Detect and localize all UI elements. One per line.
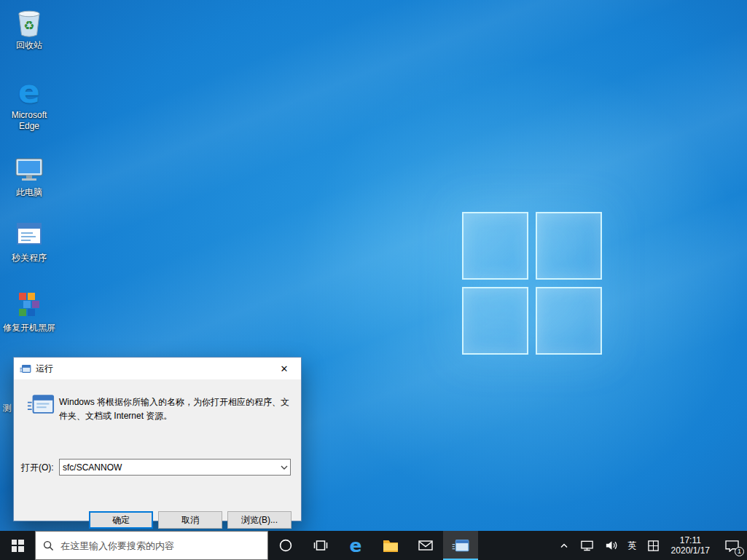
run-dialog-titlebar[interactable]: 运行 ✕ [14, 358, 301, 379]
icon-label: Microsoft Edge [1, 110, 57, 132]
run-dialog-description: Windows 将根据你所输入的名称，为你打开相应的程序、文件夹、文档或 Int… [59, 395, 294, 423]
ok-button[interactable]: 确定 [89, 511, 153, 529]
desktop-icon-recycle-bin[interactable]: ♻ 回收站 [1, 6, 57, 51]
tray-time: 17:11 [680, 535, 701, 545]
icon-label: 回收站 [16, 40, 42, 51]
language-indicator[interactable]: 英 [623, 531, 642, 560]
run-dialog-body: Windows 将根据你所输入的名称，为你打开相应的程序、文件夹、文档或 Int… [14, 379, 301, 521]
run-dialog-buttons: 确定 取消 浏览(B)... [14, 511, 301, 529]
speaker-icon [604, 540, 618, 551]
mail-button[interactable] [408, 531, 443, 560]
run-command-input[interactable] [60, 460, 277, 475]
desktop-icon-partial-label[interactable]: 测 [3, 402, 12, 414]
ime-keyboard-icon[interactable] [642, 531, 665, 560]
browse-button[interactable]: 浏览(B)... [227, 511, 292, 529]
program-window-icon [13, 218, 45, 251]
edge-taskbar-button[interactable]: e [338, 531, 373, 560]
mail-icon [418, 540, 433, 551]
pixel-blocks-icon [13, 288, 45, 320]
icon-label: 修复开机黑屏 [3, 323, 55, 334]
run-taskbar-button[interactable] [443, 531, 478, 560]
icon-label: 秒关程序 [12, 253, 47, 264]
open-label: 打开(O): [21, 462, 54, 474]
cancel-button[interactable]: 取消 [158, 511, 222, 529]
chevron-up-icon [558, 540, 570, 551]
edge-icon: e [13, 76, 45, 108]
desktop-icon-this-pc[interactable]: 此电脑 [1, 153, 57, 198]
task-view-button[interactable] [303, 531, 338, 560]
desktop-icon-microsoft-edge[interactable]: e Microsoft Edge [1, 76, 57, 132]
taskbar: e [0, 531, 747, 560]
chevron-down-icon[interactable] [277, 460, 290, 475]
run-dialog-title: 运行 [36, 363, 267, 375]
desktop-icon-miaoguan-program[interactable]: 秒关程序 [1, 218, 57, 264]
run-window-icon [452, 539, 469, 553]
tray-expand-button[interactable] [553, 531, 575, 560]
this-pc-icon [13, 153, 45, 185]
run-program-icon [27, 394, 55, 418]
recycle-bin-icon: ♻ [13, 6, 45, 38]
windows-logo-wallpaper [462, 212, 602, 355]
run-command-combobox[interactable] [59, 459, 291, 476]
start-button[interactable] [0, 531, 35, 560]
windows-logo-pane [536, 287, 602, 355]
run-window-icon [20, 364, 31, 374]
clock[interactable]: 17:11 2020/1/17 [665, 531, 716, 560]
windows-start-icon [12, 540, 24, 552]
search-input[interactable] [60, 540, 260, 551]
network-status[interactable] [575, 531, 599, 560]
close-icon[interactable]: ✕ [267, 358, 301, 379]
desktop: ♻ 回收站 e Microsoft Edge 此电脑 秒关程序 [0, 0, 747, 560]
svg-text:♻: ♻ [23, 19, 34, 33]
search-icon [43, 540, 54, 551]
task-view-icon [313, 539, 328, 552]
edge-icon: e [350, 535, 362, 556]
icon-label: 此电脑 [16, 187, 42, 198]
tray-date: 2020/1/17 [671, 545, 710, 556]
cortana-button[interactable] [268, 531, 303, 560]
folder-icon [382, 538, 399, 553]
system-tray: 英 17:11 2020/1/17 1 [553, 531, 747, 560]
cortana-circle-icon [278, 538, 293, 553]
taskbar-search-box[interactable] [35, 531, 268, 560]
volume-status[interactable] [599, 531, 623, 560]
notification-badge: 1 [735, 547, 744, 556]
file-explorer-button[interactable] [373, 531, 408, 560]
desktop-icon-fix-black-screen[interactable]: 修复开机黑屏 [1, 288, 57, 334]
run-dialog: 运行 ✕ Windows 将根据你所输入的名称，为你打开相应的程序、文件夹、文档… [13, 357, 302, 521]
windows-logo-pane [462, 287, 528, 355]
windows-logo-pane [536, 212, 602, 280]
windows-logo-pane [462, 212, 528, 280]
network-icon [580, 540, 594, 551]
action-center-button[interactable]: 1 [716, 531, 747, 560]
